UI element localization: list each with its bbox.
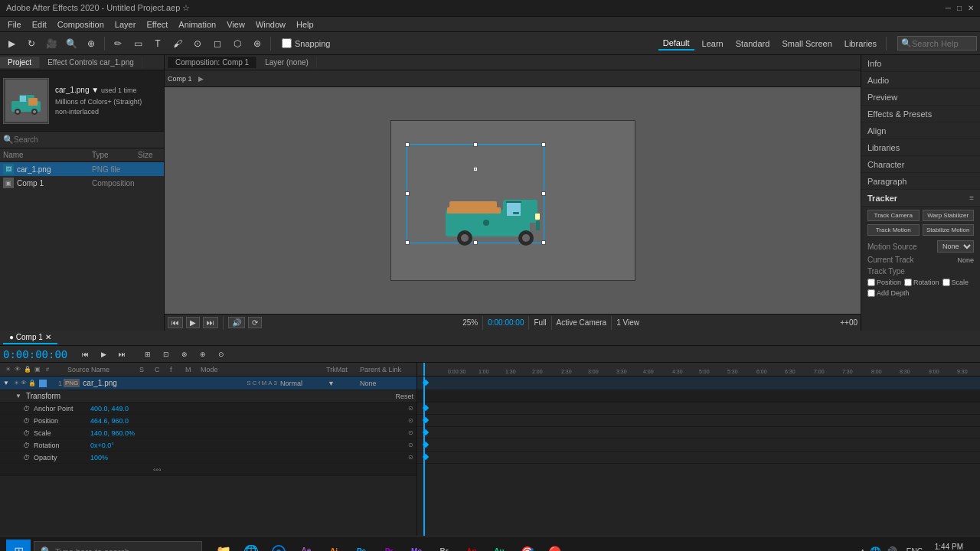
panel-audio[interactable]: Audio: [861, 72, 980, 89]
tray-arrow-icon[interactable]: ∧: [860, 547, 865, 551]
layer-mb-icon[interactable]: M: [262, 380, 267, 386]
audio-btn[interactable]: 🔊: [228, 317, 245, 328]
taskbar-app-after-effects[interactable]: Ae: [294, 540, 318, 552]
tool-puppet[interactable]: ⊛: [249, 35, 266, 52]
project-item-comp[interactable]: ▣ Comp 1 Composition: [0, 176, 164, 190]
layer-collapse-icon[interactable]: C: [253, 380, 257, 386]
tool-rotation[interactable]: ↻: [23, 35, 40, 52]
handle-tm[interactable]: [473, 142, 478, 147]
handle-tr[interactable]: [541, 142, 546, 147]
timeline-next-frame[interactable]: ⏭: [113, 346, 130, 363]
panel-paragraph[interactable]: Paragraph: [861, 173, 980, 190]
tool-text[interactable]: T: [149, 35, 166, 52]
tool-selection[interactable]: ▶: [3, 35, 20, 52]
tab-project[interactable]: Project: [0, 57, 40, 68]
timeline-play[interactable]: ▶: [95, 346, 112, 363]
taskbar-app-media-encoder[interactable]: Me: [404, 540, 429, 552]
handle-tl[interactable]: [405, 142, 410, 147]
anchor-point-value[interactable]: 400.0, 449.0: [90, 405, 129, 412]
loop-btn[interactable]: ⟳: [248, 317, 262, 328]
taskbar-search-input[interactable]: [55, 547, 195, 552]
anchor-stopwatch[interactable]: ⏱: [23, 405, 31, 412]
taskbar-app-illustrator[interactable]: Ai: [322, 540, 346, 552]
motion-source-select[interactable]: None: [937, 240, 974, 253]
tab-layer-none[interactable]: Layer (none): [257, 57, 317, 68]
workspace-small-screen[interactable]: Small Screen: [777, 37, 836, 50]
panel-info[interactable]: Info: [861, 55, 980, 72]
help-search-input[interactable]: [912, 39, 973, 48]
tool-camera[interactable]: 🎥: [43, 35, 60, 52]
timeline-btn2[interactable]: ⊡: [158, 346, 175, 363]
layer-lock-icon[interactable]: 🔒: [28, 380, 36, 386]
menu-file[interactable]: File: [3, 18, 26, 31]
layer-solo-icon[interactable]: ☀: [14, 380, 19, 386]
track-row-1[interactable]: [417, 377, 980, 390]
play-btn[interactable]: ▶: [186, 317, 200, 328]
taskbar-app-misc2[interactable]: 🔴: [542, 540, 567, 552]
close-btn[interactable]: ✕: [968, 4, 974, 12]
position-checkbox[interactable]: [867, 279, 875, 286]
panel-preview[interactable]: Preview: [861, 89, 980, 106]
taskbar-app-cortana[interactable]: [266, 540, 291, 552]
scale-checkbox[interactable]: [942, 279, 950, 286]
minimize-btn[interactable]: ─: [946, 4, 951, 12]
menu-effect[interactable]: Effect: [142, 18, 172, 31]
opacity-value[interactable]: 100%: [90, 454, 108, 461]
menu-window[interactable]: Window: [251, 18, 290, 31]
taskbar-app-misc1[interactable]: 🎯: [514, 540, 539, 552]
start-button[interactable]: ⊞: [6, 540, 31, 552]
layer-3d-icon[interactable]: 3: [274, 380, 277, 386]
timeline-btn5[interactable]: ⊙: [213, 346, 230, 363]
layer-row-1[interactable]: ▼ ☀ 👁 🔒 1 PNG car_1.png S C f M: [0, 377, 416, 390]
menu-composition[interactable]: Composition: [53, 18, 109, 31]
transform-toggle[interactable]: ▼: [15, 393, 23, 399]
timeline-prev-frame[interactable]: ⏮: [77, 346, 93, 363]
timeline-btn3[interactable]: ⊗: [176, 346, 193, 363]
comp-canvas[interactable]: 人人素材 RRCG: [165, 87, 861, 314]
tool-zoom[interactable]: ⊕: [83, 35, 100, 52]
maximize-btn[interactable]: □: [957, 4, 962, 12]
snap-checkbox[interactable]: [282, 38, 292, 48]
menu-layer[interactable]: Layer: [110, 18, 141, 31]
layer-expand-toggle[interactable]: ▼: [3, 380, 11, 387]
track-anchor[interactable]: [417, 403, 980, 415]
track-rotation[interactable]: [417, 439, 980, 452]
taskbar-app-edge[interactable]: 🌐: [239, 540, 263, 552]
volume-icon[interactable]: 🔊: [886, 546, 897, 552]
taskbar-app-audition[interactable]: Au: [487, 540, 511, 552]
taskbar-app-file-explorer[interactable]: 📁: [211, 540, 236, 552]
track-motion-btn[interactable]: Track Motion: [867, 224, 920, 236]
stabilize-motion-btn[interactable]: Stabilize Motion: [923, 224, 975, 236]
panel-align[interactable]: Align: [861, 122, 980, 139]
depth-checkbox[interactable]: [867, 289, 875, 297]
menu-edit[interactable]: Edit: [28, 18, 51, 31]
panel-libraries[interactable]: Libraries: [861, 139, 980, 156]
layer-effects-icon[interactable]: f: [258, 380, 260, 386]
transform-reset-btn[interactable]: Reset: [395, 393, 413, 400]
tab-composition[interactable]: Composition: Comp 1: [168, 57, 257, 68]
taskbar-app-premiere[interactable]: Pr: [377, 540, 401, 552]
workspace-standard[interactable]: Standard: [731, 37, 775, 50]
rotation-checkbox[interactable]: [904, 279, 912, 286]
menu-view[interactable]: View: [222, 18, 250, 31]
scale-value[interactable]: 140.0, 960.0%: [90, 429, 135, 437]
menu-animation[interactable]: Animation: [174, 18, 220, 31]
playhead-ruler[interactable]: [423, 363, 425, 376]
playback-controls-btn[interactable]: ⏮: [168, 317, 183, 328]
rotation-value[interactable]: 0x+0.0°: [90, 442, 114, 449]
rotation-stopwatch[interactable]: ⏱: [23, 442, 31, 449]
handle-ml[interactable]: [405, 191, 410, 196]
layer-eye-icon[interactable]: 👁: [21, 380, 27, 386]
playback-end-btn[interactable]: ⏭: [203, 317, 218, 328]
canvas-inner[interactable]: [390, 120, 635, 281]
workspace-default[interactable]: Default: [658, 37, 694, 51]
handle-bl[interactable]: [405, 240, 410, 245]
project-item-car[interactable]: 🖼 car_1.png PNG file: [0, 162, 164, 176]
tab-effect-controls[interactable]: Effect Controls car_1.png: [40, 57, 142, 68]
tool-eraser[interactable]: ◻: [209, 35, 226, 52]
opacity-stopwatch[interactable]: ⏱: [23, 454, 31, 461]
track-opacity[interactable]: [417, 452, 980, 464]
timeline-btn1[interactable]: ⊞: [139, 346, 156, 363]
position-value[interactable]: 464.6, 960.0: [90, 417, 129, 425]
track-position[interactable]: [417, 415, 980, 427]
